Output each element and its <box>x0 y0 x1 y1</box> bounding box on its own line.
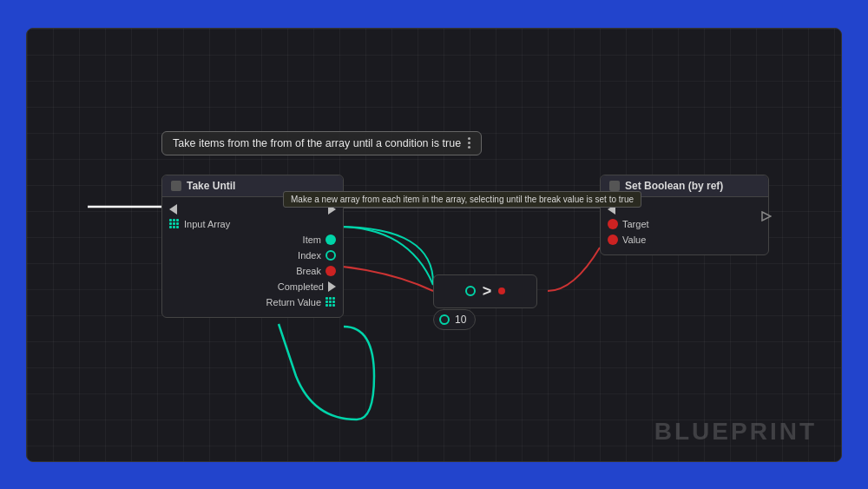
target-pin[interactable] <box>608 219 618 229</box>
comment-box: Take items from the from of the array un… <box>161 131 482 155</box>
break-label: Break <box>296 266 321 276</box>
resize-handle[interactable] <box>468 137 470 149</box>
input-array-label: Input Array <box>184 219 230 229</box>
node-icon <box>171 181 181 191</box>
watermark: BLUEPRINT <box>654 418 817 446</box>
compare-in-top[interactable] <box>465 286 476 296</box>
value-node-value: 10 <box>455 314 466 326</box>
target-row: Target <box>601 216 768 232</box>
break-pin[interactable] <box>326 266 336 276</box>
compare-node[interactable]: > <box>433 274 537 308</box>
exec-in-pin[interactable] <box>169 204 177 215</box>
value-row: Value <box>601 232 768 248</box>
return-value-row: Return Value <box>162 294 343 310</box>
return-value-pin[interactable] <box>326 297 336 307</box>
value-pin[interactable] <box>608 235 618 245</box>
set-boolean-exec-out[interactable] <box>753 204 761 215</box>
blueprint-canvas: Take items from the from of the array un… <box>26 28 842 462</box>
compare-operator: > <box>483 282 492 301</box>
set-boolean-node[interactable]: Set Boolean (by ref) Target <box>600 175 769 255</box>
index-pin[interactable] <box>326 250 336 261</box>
value-node[interactable]: 10 <box>433 309 476 330</box>
item-label: Item <box>303 235 321 245</box>
set-boolean-icon <box>609 181 620 191</box>
completed-label: Completed <box>278 281 324 292</box>
index-label: Index <box>298 250 321 261</box>
item-row: Item <box>162 232 343 248</box>
index-row: Index <box>162 248 343 263</box>
break-row: Break <box>162 263 343 279</box>
input-array-row: Input Array <box>162 216 343 232</box>
set-boolean-title: Set Boolean (by ref) <box>625 180 723 192</box>
take-until-body: Input Array Item Index Break Completed <box>162 197 343 317</box>
node-tooltip: Make a new array from each item in the a… <box>283 191 641 208</box>
return-value-label: Return Value <box>266 297 321 307</box>
svg-marker-0 <box>762 212 771 221</box>
compare-out[interactable] <box>498 287 505 294</box>
value-label: Value <box>622 235 646 245</box>
completed-pin[interactable] <box>328 281 336 292</box>
take-until-title: Take Until <box>187 180 235 192</box>
comment-text: Take items from the from of the array un… <box>173 137 461 149</box>
target-label: Target <box>622 219 649 229</box>
input-array-pin[interactable] <box>169 219 180 229</box>
item-pin[interactable] <box>326 235 336 245</box>
value-node-pin[interactable] <box>439 314 450 325</box>
completed-row: Completed <box>162 279 343 294</box>
